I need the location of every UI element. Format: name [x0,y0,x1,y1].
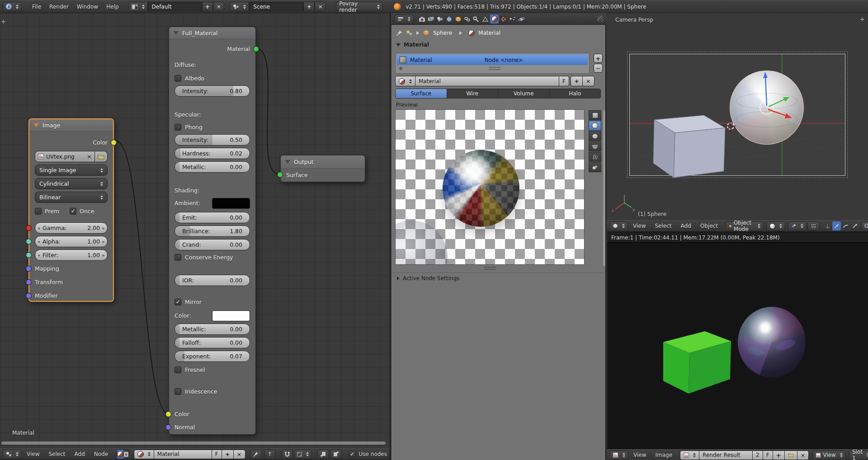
hardness-slider[interactable]: Hardness:0.02 [175,148,250,159]
menu-node[interactable]: Node [90,451,112,457]
albedo-checkbox[interactable] [175,75,181,82]
delete-scene-button[interactable] [315,2,326,11]
menu-view[interactable]: View [23,451,43,457]
node-full-material[interactable]: Full_Material Material Diffuse: Albedo I… [169,27,256,435]
socket-color-output[interactable] [111,140,117,146]
open-image-button[interactable] [95,151,108,162]
preview-flat-button[interactable] [589,110,601,120]
image-source-dropdown[interactable]: Single Image [35,164,108,176]
render-result-canvas[interactable] [607,243,868,449]
preview-hair-button[interactable] [589,152,601,162]
preview-cube-button[interactable] [589,131,601,141]
image-projection-dropdown[interactable]: Cylindrical [35,178,108,189]
region-corner-widget[interactable] [597,16,604,22]
add-scene-button[interactable] [303,2,315,11]
image-name-field[interactable]: UVtex.png [35,151,95,162]
tab-constraints[interactable] [463,14,472,23]
falloff-slider[interactable]: Falloff:0.00 [175,337,250,348]
slot-dropdown[interactable]: Slot 1 [849,451,868,460]
material-panel-header[interactable]: Material [396,42,429,48]
image-name-field[interactable]: Render Result [699,451,753,460]
collapse-triangle-icon[interactable] [173,31,179,35]
tab-halo[interactable]: Halo [550,89,601,98]
tab-object[interactable] [454,14,462,23]
breadcrumb-material[interactable]: Material [478,30,500,36]
fake-user-button[interactable]: F [559,76,569,86]
socket-filter-input[interactable] [26,252,32,258]
tab-surface[interactable]: Surface [396,89,447,98]
panel-collapsed-triangle-icon[interactable] [397,277,400,280]
ambient-color-swatch[interactable] [212,198,250,209]
tab-scene[interactable] [436,14,444,23]
prem-checkbox[interactable] [35,208,42,215]
node-editor-canvas[interactable]: ✛ Image Color UVtex.png [0,13,390,448]
ior-slider[interactable]: IOR:0.00 [175,275,250,286]
node-output[interactable]: Output Surface [280,155,365,182]
preview-sphere-button[interactable] [589,121,601,131]
menu-object[interactable]: Object [696,223,722,229]
pivot-point-dropdown[interactable] [788,221,807,231]
scene-icon-button[interactable] [230,2,249,11]
socket-transform-input[interactable] [26,279,32,285]
screen-layout-name-field[interactable]: Default [148,2,202,11]
use-nodes-checkbox[interactable] [349,451,356,458]
socket-gamma-input[interactable] [26,225,32,231]
menu-view[interactable]: View [629,452,650,458]
manipulator-axis-toggle[interactable] [823,221,832,230]
new-material-button[interactable] [571,76,583,86]
active-node-settings-panel[interactable]: Active Node Settings [392,272,603,283]
paste-nodes-button[interactable] [330,450,342,459]
tab-material[interactable] [490,14,499,23]
socket-normal-input[interactable] [165,424,171,430]
scene-name-field[interactable]: Scene [249,2,303,11]
material-browse-button[interactable] [395,76,415,86]
unlink-image-icon[interactable] [87,153,92,160]
phong-checkbox[interactable] [175,124,181,131]
tab-world[interactable] [445,14,453,23]
output-node-header[interactable]: Output [281,155,365,169]
pin-icon[interactable] [396,30,402,36]
tab-texture[interactable] [499,14,508,23]
editor-type-info-button[interactable]: i [3,2,22,11]
snap-toggle-button[interactable] [282,450,293,459]
preview-monkey-button[interactable] [589,141,601,151]
socket-modifier-input[interactable] [26,293,32,299]
viewport-shading-dropdown[interactable] [766,221,785,231]
pin-button[interactable] [250,450,262,459]
iridescence-checkbox[interactable] [175,388,181,395]
breadcrumb-object[interactable]: Sphere [433,30,452,36]
metallic-slider[interactable]: Metallic:0.00 [175,161,250,173]
socket-material-output[interactable] [253,46,259,52]
menu-window[interactable]: Window [73,4,102,10]
menu-help[interactable]: Help [102,4,123,10]
brilliance-slider[interactable]: Brilliance:1.80 [175,225,250,237]
image-interpolation-dropdown[interactable]: Bilinear [35,192,108,203]
unlink-material-button[interactable] [234,450,245,459]
emit-slider[interactable]: Emit:0.00 [175,212,250,223]
remove-material-slot-button[interactable]: − [594,64,603,73]
properties-vertical-scrollbar[interactable] [603,110,605,266]
render-engine-dropdown[interactable]: Povray render [336,2,383,11]
image-node-header[interactable]: Image [29,119,113,131]
tab-volume[interactable]: Volume [498,89,550,98]
unlink-material-button[interactable] [583,76,594,86]
preview-world-button[interactable] [589,162,601,172]
object-data-nodes-toggle[interactable] [123,450,129,459]
preview-resize-grip[interactable] [484,267,496,270]
material-name-field[interactable]: Material [415,76,559,86]
viewport-sphere[interactable] [730,70,804,145]
socket-color-input[interactable] [165,411,171,417]
fake-user-button[interactable]: F [763,451,773,460]
copy-nodes-button[interactable] [317,450,329,459]
menu-add[interactable]: Add [677,223,695,229]
collapse-triangle-icon[interactable] [285,160,290,164]
delete-layout-button[interactable] [213,2,224,11]
menu-render[interactable]: Render [45,4,73,10]
fake-user-button[interactable]: F [212,450,222,459]
transform-orientation-dropdown[interactable]: Global [861,221,868,231]
viewport-canvas[interactable]: Camera Persp ✛ [607,13,868,220]
mirror-metallic-slider[interactable]: Metallic:0.00 [175,324,250,335]
material-name-field[interactable]: Material [154,450,212,459]
collapse-triangle-icon[interactable] [33,123,39,127]
users-count-button[interactable]: 2 [753,451,763,460]
